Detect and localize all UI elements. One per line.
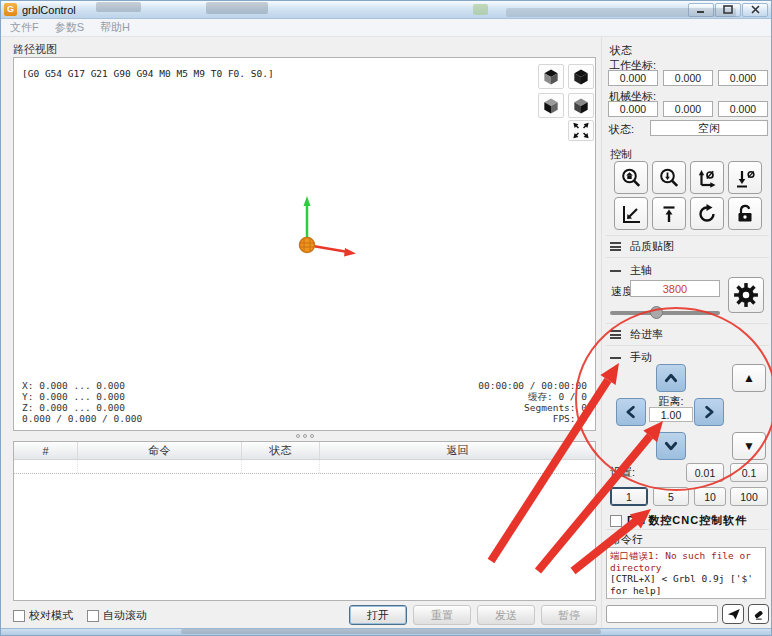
close-button[interactable]: [742, 3, 768, 17]
reset-button[interactable]: 重置: [413, 605, 471, 625]
gear-icon: [733, 282, 759, 308]
slider-thumb[interactable]: [650, 306, 663, 319]
step-1-button[interactable]: 1: [610, 487, 648, 506]
chevron-down-icon: [659, 435, 683, 457]
step-5-button[interactable]: 5: [653, 487, 689, 506]
pause-button[interactable]: 暂停: [541, 605, 597, 625]
app-icon: G: [4, 3, 17, 16]
machine-state-value: 空闲: [650, 120, 768, 136]
tool-position-ball: [300, 238, 315, 253]
view-isometric-button[interactable]: [538, 64, 564, 89]
jog-y-minus-button[interactable]: [656, 432, 686, 460]
safe-position-icon: [658, 203, 680, 225]
jog-z-minus-button[interactable]: ▼: [732, 432, 766, 460]
view-front-button[interactable]: [538, 93, 564, 118]
console-output[interactable]: 端口错误1: No such file or directory [CTRL+X…: [606, 547, 766, 599]
menu-bar: 文件F 参数S 帮助H: [1, 19, 771, 37]
watermark-label: DIY数控CNC控制软件: [627, 513, 747, 528]
eraser-icon: [751, 607, 766, 621]
gcode-state-line: [G0 G54 G17 G21 G90 G94 M0 M5 M9 T0 F0. …: [22, 68, 274, 79]
window-title: grblControl: [22, 4, 76, 16]
splitter-handle[interactable]: [13, 432, 596, 440]
clear-console-button[interactable]: [748, 604, 769, 624]
visualizer-3d-view[interactable]: [G0 G54 G17 G21 G90 G94 M0 M5 M9 T0 F0. …: [13, 57, 596, 431]
step-100-button[interactable]: 100: [730, 487, 768, 506]
zero-xy-button[interactable]: [690, 161, 724, 194]
zero-xy-icon: [696, 167, 718, 189]
hamburger-icon: [610, 330, 621, 339]
chevron-up-icon: [659, 367, 683, 389]
restore-origin-button[interactable]: [614, 197, 648, 230]
step-0.01-button[interactable]: 0.01: [686, 463, 724, 482]
model-bounds-readout: X: 0.000 ... 0.000 Y: 0.000 ... 0.000 Z:…: [22, 380, 142, 424]
title-bar: G grblControl: [1, 1, 771, 19]
minimize-button[interactable]: [688, 3, 714, 17]
view-side-button[interactable]: [568, 93, 594, 118]
fit-view-icon: [572, 122, 590, 139]
spindle-toggle-button[interactable]: [728, 277, 764, 313]
zoom-probe-button[interactable]: [652, 161, 686, 194]
return-origin-icon: [620, 203, 642, 225]
feedrate-section-header[interactable]: 给进率: [610, 327, 663, 342]
console-message-line: [CTRL+X] < Grbl 0.9j ['$' for help]: [610, 573, 762, 596]
jog-distance-value[interactable]: 1.00: [649, 407, 693, 422]
spindle-speed-value[interactable]: 3800: [630, 280, 720, 297]
checkbox-label: 自动滚动: [103, 608, 147, 623]
send-button[interactable]: 发送: [477, 605, 535, 625]
watermark-checkbox[interactable]: DIY数控CNC控制软件: [610, 513, 747, 528]
jog-y-plus-button[interactable]: [656, 364, 686, 392]
status-group-title: 状态: [610, 43, 632, 58]
view-isometric-icon: [541, 67, 561, 87]
step-0.1-button[interactable]: 0.1: [730, 463, 768, 482]
work-x-field: 0.000: [608, 70, 658, 86]
safe-position-button[interactable]: [652, 197, 686, 230]
feedrate-section-label: 给进率: [630, 327, 663, 342]
hamburger-icon: [610, 242, 621, 251]
step-10-button[interactable]: 10: [694, 487, 726, 506]
heightmap-section-header[interactable]: 品质贴图: [610, 239, 674, 254]
spindle-speed-slider[interactable]: [610, 306, 720, 318]
table-row[interactable]: [14, 460, 595, 474]
menu-settings[interactable]: 参数S: [55, 20, 84, 35]
checkbox-box: [610, 515, 622, 527]
home-search-button[interactable]: [614, 161, 648, 194]
send-command-button[interactable]: [722, 604, 744, 624]
chevron-left-icon: [619, 401, 643, 423]
checkbox-box: [13, 610, 25, 622]
open-button[interactable]: 打开: [349, 605, 407, 625]
command-input[interactable]: [606, 605, 718, 623]
work-y-field: 0.000: [663, 70, 713, 86]
command-table[interactable]: # 命令 状态 返回: [13, 441, 596, 601]
console-group-title: 命令行: [610, 532, 643, 547]
chevron-right-icon: [697, 401, 721, 423]
maximize-button[interactable]: [715, 3, 741, 17]
menu-file[interactable]: 文件F: [10, 20, 39, 35]
spindle-section-header[interactable]: 主轴: [610, 263, 652, 278]
reset-cycle-button[interactable]: [690, 197, 724, 230]
state-label: 状态:: [609, 122, 634, 137]
autoscroll-checkbox[interactable]: 自动滚动: [87, 608, 147, 623]
jog-section-header[interactable]: 手动: [610, 350, 652, 365]
unlock-button[interactable]: [728, 197, 762, 230]
col-header-command[interactable]: 命令: [78, 442, 242, 459]
col-header-status[interactable]: 状态: [242, 442, 320, 459]
jog-quick-step-label: 设置:: [610, 465, 635, 480]
jog-z-plus-button[interactable]: ▲: [732, 364, 766, 392]
app-window: G grblControl 文件F 参数S 帮助H 路径视图 [G0 G54 G…: [0, 0, 772, 636]
check-mode-checkbox[interactable]: 校对模式: [13, 608, 73, 623]
work-z-field: 0.000: [718, 70, 768, 86]
machine-z-field: 0.000: [718, 101, 768, 117]
menu-help[interactable]: 帮助H: [100, 20, 130, 35]
zero-z-button[interactable]: [728, 161, 762, 194]
col-header-response[interactable]: 返回: [320, 442, 595, 459]
window-bottom-frame: [1, 628, 771, 635]
fit-view-button[interactable]: [568, 120, 594, 141]
heightmap-section-label: 品质贴图: [630, 239, 674, 254]
render-stats-readout: 00:00:00 / 00:00:00 缓存: 0 / 0 Segments: …: [478, 380, 587, 424]
view-top-icon: [571, 67, 591, 87]
spindle-section-label: 主轴: [630, 263, 652, 278]
col-header-index[interactable]: #: [14, 442, 78, 459]
collapse-icon: [610, 270, 621, 272]
console-error-line: 端口错误1: No such file or directory: [610, 550, 762, 573]
view-top-button[interactable]: [568, 64, 594, 89]
